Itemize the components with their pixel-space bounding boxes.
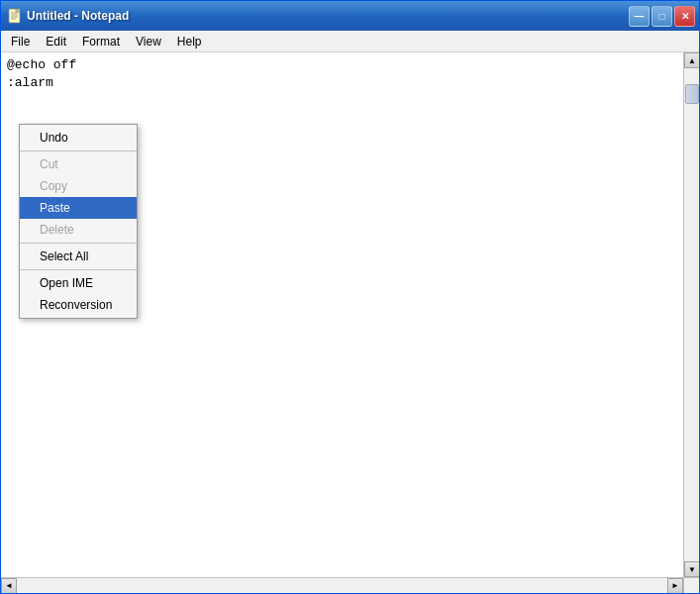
context-menu-cut[interactable]: Cut	[20, 153, 137, 175]
title-bar-left: Untitled - Notepad	[7, 8, 129, 24]
horizontal-scrollbar[interactable]: ◄ ►	[1, 577, 683, 593]
menu-bar: File Edit Format View Help	[1, 31, 699, 52]
title-bar-controls: — □ ✕	[629, 6, 695, 27]
scroll-up-button[interactable]: ▲	[684, 52, 699, 68]
scrollbar-corner	[683, 577, 699, 593]
context-menu-undo[interactable]: Undo	[20, 127, 137, 148]
menu-view[interactable]: View	[128, 33, 169, 50]
context-menu-copy[interactable]: Copy	[20, 175, 137, 197]
vertical-scrollbar[interactable]: ▲ ▼	[683, 52, 699, 577]
context-menu: Undo Cut Copy Paste Delete Select All Op…	[19, 124, 138, 319]
scroll-down-button[interactable]: ▼	[684, 561, 699, 577]
context-menu-sep1	[20, 150, 137, 151]
menu-file[interactable]: File	[3, 33, 38, 50]
minimize-button[interactable]: —	[629, 6, 650, 27]
title-bar: Untitled - Notepad — □ ✕	[1, 1, 699, 31]
maximize-button[interactable]: □	[651, 6, 672, 27]
window-title: Untitled - Notepad	[27, 9, 129, 23]
context-menu-sep2	[20, 243, 137, 244]
context-menu-sep3	[20, 269, 137, 270]
scroll-v-thumb[interactable]	[685, 84, 699, 104]
menu-format[interactable]: Format	[74, 33, 128, 50]
close-button[interactable]: ✕	[674, 6, 695, 27]
editor-container: Undo Cut Copy Paste Delete Select All Op…	[1, 52, 699, 593]
context-menu-open-ime[interactable]: Open IME	[20, 272, 137, 294]
notepad-icon	[7, 8, 23, 24]
context-menu-delete[interactable]: Delete	[20, 219, 137, 241]
context-menu-select-all[interactable]: Select All	[20, 246, 137, 267]
scroll-left-button[interactable]: ◄	[1, 578, 17, 594]
context-menu-reconversion[interactable]: Reconversion	[20, 294, 137, 316]
notepad-window: Untitled - Notepad — □ ✕ File Edit Forma…	[0, 0, 700, 594]
menu-edit[interactable]: Edit	[38, 33, 74, 50]
context-menu-paste[interactable]: Paste	[20, 197, 137, 219]
menu-help[interactable]: Help	[169, 33, 210, 50]
scroll-right-button[interactable]: ►	[667, 578, 683, 594]
